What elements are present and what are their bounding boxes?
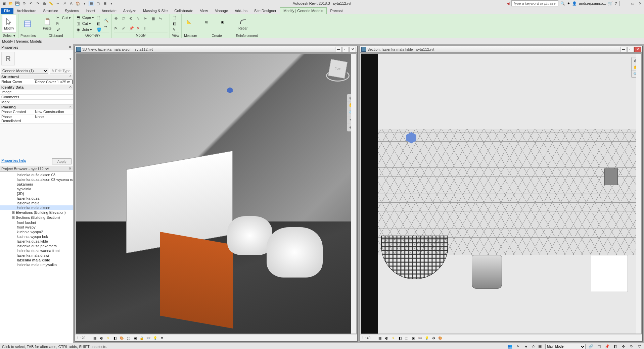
tab-sitedesigner[interactable]: Site Designer <box>251 8 280 14</box>
tab-architecture[interactable]: Architecture <box>13 8 40 14</box>
rebar-button[interactable]: Rebar <box>236 15 250 33</box>
rendering-icon[interactable]: 🎨 <box>119 336 124 341</box>
print-icon[interactable]: 🖶 <box>42 1 47 6</box>
tree-item[interactable]: lazienka duża akson 03 <box>0 172 73 177</box>
mirror-button[interactable]: ⇋ <box>158 16 164 21</box>
section-identity[interactable]: Identity Data^ <box>0 85 73 90</box>
tree-item[interactable]: sypialnia <box>0 187 73 191</box>
section-icon[interactable]: ▾ <box>82 1 87 6</box>
tree-item[interactable]: front kuchni <box>0 220 73 225</box>
tree-item[interactable]: łazienka mala <box>0 201 73 205</box>
properties-button[interactable] <box>20 15 35 33</box>
view-section-scale[interactable]: 1 : 40 <box>362 336 375 340</box>
restore-button[interactable]: ▭ <box>630 1 635 6</box>
measure-icon[interactable]: 📏 <box>48 1 54 6</box>
prop-image-val[interactable] <box>34 90 73 94</box>
tab-insert[interactable]: Insert <box>82 8 98 14</box>
tree-group-sections[interactable]: Sections (Building Section) <box>0 215 73 220</box>
switch-windows-icon[interactable]: ⊞ <box>102 1 107 6</box>
undo-icon[interactable]: ↶ <box>28 1 34 6</box>
viewcube-cube-icon[interactable]: TOP <box>328 59 348 79</box>
select-links-icon[interactable]: 🔗 <box>588 344 594 349</box>
background-processes-icon[interactable]: ⟳ <box>629 344 634 349</box>
app-menu-icon[interactable]: ▣ <box>1 1 7 6</box>
group-label-select[interactable]: Select ▾ <box>2 33 16 38</box>
close-icon[interactable]: ✕ <box>68 45 72 49</box>
text-icon[interactable]: A <box>68 1 74 6</box>
cut-geom-button[interactable]: ◫Cut ▾ <box>76 21 95 27</box>
close-icon[interactable]: ✕ <box>68 166 72 171</box>
tree-item[interactable]: lazienka mala umywalka <box>0 262 73 267</box>
tree-item[interactable]: front wyspy <box>0 225 73 230</box>
match-button[interactable]: 🖌 <box>56 27 72 33</box>
view-minimize-button[interactable]: — <box>335 47 342 52</box>
analytical-icon[interactable]: ⚙ <box>431 336 436 341</box>
rotate-button[interactable]: ⟲ <box>129 16 135 21</box>
search-icon[interactable]: 🔍 <box>560 1 565 6</box>
editable-only-icon[interactable]: ✎ <box>515 344 521 349</box>
canvas-section[interactable]: ◎ ✋ 🔍 <box>361 53 642 334</box>
modify-tool-button[interactable]: Modify <box>2 15 16 33</box>
measure-button[interactable]: 📐 <box>184 15 198 33</box>
search-input[interactable] <box>511 0 558 6</box>
shadows-icon[interactable]: ◧ <box>398 336 402 341</box>
redo-icon[interactable]: ↷ <box>35 1 40 6</box>
user-name[interactable]: andrzej.samso... <box>579 1 606 5</box>
drag-elements-icon[interactable]: ✥ <box>620 344 626 349</box>
filter-selection-icon[interactable]: ▽ <box>637 344 642 349</box>
copy-button[interactable]: ⿻ <box>121 16 127 21</box>
tree-item[interactable]: {3D} <box>0 191 73 196</box>
select-pinned-icon[interactable]: 📌 <box>604 344 610 349</box>
minimize-button[interactable]: — <box>623 1 628 6</box>
view-tool-3[interactable]: ✎ <box>172 27 178 33</box>
view-close-button[interactable]: ✕ <box>349 47 356 52</box>
geom-tool-5[interactable]: ⇥ <box>103 24 109 30</box>
reveal-hidden-icon[interactable]: 💡 <box>153 336 157 341</box>
prop-mark-val[interactable] <box>34 100 73 104</box>
properties-help-link[interactable]: Properties help <box>1 158 26 164</box>
cut-button[interactable]: ✂Cut ▾ <box>56 15 72 20</box>
prop-phase-created-val[interactable]: New Construction <box>34 109 73 114</box>
delete-button[interactable]: ✕ <box>136 26 142 31</box>
tab-modify-generic[interactable]: Modify | Generic Models <box>280 7 327 14</box>
exchange-apps-icon[interactable]: 🛒 <box>608 1 613 6</box>
tab-structure[interactable]: Structure <box>40 8 61 14</box>
type-dropdown-arrow-icon[interactable]: ▾ <box>70 57 72 61</box>
qat-dropdown-icon[interactable]: ▾ <box>109 1 114 6</box>
view-maximize-button[interactable]: ▭ <box>342 47 349 52</box>
tree-item[interactable]: lazienka duza akson 03 wycena robc <box>0 177 73 182</box>
collapse-icon[interactable]: ^ <box>70 85 72 89</box>
geom-tool-4[interactable]: 🔨 <box>103 18 109 23</box>
crop-view-icon[interactable]: ⬚ <box>126 336 131 341</box>
close-hidden-icon[interactable]: ▢ <box>95 1 101 6</box>
prop-rebar-cover-val[interactable]: Rebar Cover 1 <25 m <box>34 80 73 84</box>
view-section-titlebar[interactable]: Section: lazienka mala kible - syta112.r… <box>360 46 642 53</box>
type-selector[interactable]: Generic Models (1) <box>1 68 48 74</box>
apply-button[interactable]: Apply <box>52 158 72 164</box>
default3d-icon[interactable]: 🏠 <box>75 1 81 6</box>
select-underlay-icon[interactable]: ◫ <box>596 344 602 349</box>
visual-style-icon[interactable]: ◐ <box>99 336 104 341</box>
section-structural[interactable]: Structural^ <box>0 74 73 79</box>
trim-button[interactable]: ⤡ <box>136 16 142 21</box>
sun-path-icon[interactable]: ☀ <box>106 336 110 341</box>
worksets-icon[interactable]: 👥 <box>507 344 513 349</box>
tree-item[interactable]: kuchnia wyspa2 <box>0 230 73 234</box>
edit-type-button[interactable]: ✎Edit Type <box>50 68 72 74</box>
analytical-icon[interactable]: ⚙ <box>159 336 164 341</box>
tab-file[interactable]: File <box>1 8 13 14</box>
view-3d-scale[interactable]: 1 : 20 <box>77 336 90 340</box>
collapse-icon[interactable]: ^ <box>70 75 72 79</box>
tree-item-selected[interactable]: łazienka mała akson <box>0 205 73 210</box>
tag-icon[interactable]: ↗ <box>62 1 67 6</box>
lock-3d-icon[interactable]: 🔒 <box>139 336 144 341</box>
crop-region-icon[interactable]: ▣ <box>411 336 416 341</box>
detail-level-icon[interactable]: ▦ <box>377 336 382 341</box>
scrollbar-vertical[interactable] <box>636 54 641 334</box>
tree-item[interactable]: lazienka duza kible <box>0 239 73 244</box>
help-icon[interactable]: ? <box>615 1 617 5</box>
offset-button[interactable]: ⇱ <box>114 26 120 31</box>
prop-comments-val[interactable] <box>34 95 73 99</box>
section-phasing[interactable]: Phasing^ <box>0 105 73 109</box>
join-button[interactable]: ◉Join ▾ <box>76 27 95 33</box>
